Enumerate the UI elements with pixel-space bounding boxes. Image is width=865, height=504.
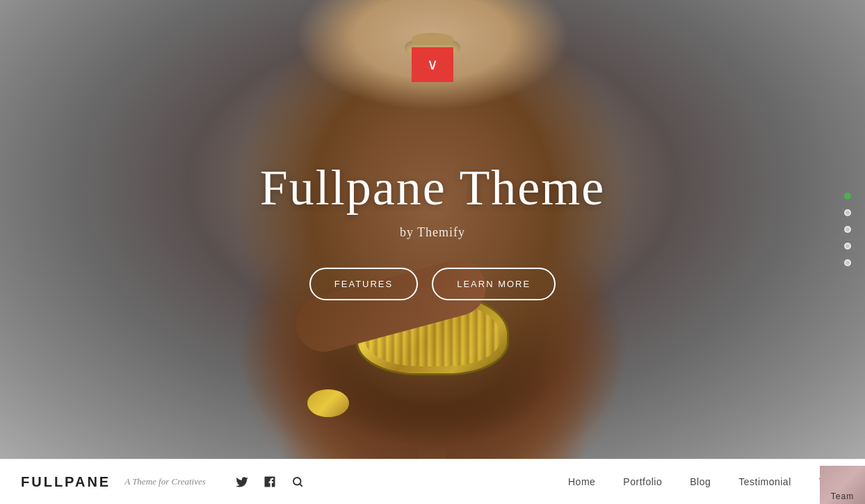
site-logo: FULLPANE [21, 474, 111, 490]
nav-dot-2[interactable] [844, 209, 851, 216]
nav-dot-3[interactable] [844, 226, 851, 233]
nav-item-testimonial[interactable]: Testimonial [738, 476, 791, 487]
twitter-icon[interactable] [234, 473, 250, 490]
features-button[interactable]: FEATURES [309, 268, 418, 300]
hero-title: Fullpane Theme [260, 159, 606, 217]
footer-bar: FULLPANE A Theme for Creatives [0, 459, 865, 504]
footer-left: FULLPANE A Theme for Creatives [21, 473, 306, 490]
scroll-down-button[interactable] [412, 47, 453, 82]
facebook-icon[interactable] [261, 473, 278, 490]
hero-buttons: FEATURES LEARN MORE [260, 268, 606, 300]
learn-more-button[interactable]: LEARN MORE [432, 268, 556, 300]
footer-navigation: Home Portfolio Blog Testimonial Team [568, 476, 844, 487]
nav-dot-1[interactable] [844, 193, 851, 200]
search-icon[interactable] [289, 473, 306, 490]
nav-dot-4[interactable] [844, 243, 851, 250]
hero-section: Fullpane Theme by Themify FEATURES LEARN… [0, 0, 865, 459]
hero-subtitle: by Themify [260, 225, 606, 240]
footer-social [234, 473, 306, 490]
side-navigation-dots [844, 193, 851, 266]
svg-line-1 [300, 484, 302, 486]
hero-content: Fullpane Theme by Themify FEATURES LEARN… [260, 159, 606, 300]
nav-item-home[interactable]: Home [568, 476, 595, 487]
nav-item-blog[interactable]: Blog [690, 476, 711, 487]
nav-dot-5[interactable] [844, 259, 851, 266]
team-thumb-label: Team [831, 491, 854, 501]
site-tagline: A Theme for Creatives [124, 476, 206, 487]
svg-point-0 [293, 478, 301, 485]
hero-bracelet [307, 389, 349, 417]
team-thumbnail[interactable]: Team [820, 466, 865, 504]
nav-item-portfolio[interactable]: Portfolio [623, 476, 662, 487]
